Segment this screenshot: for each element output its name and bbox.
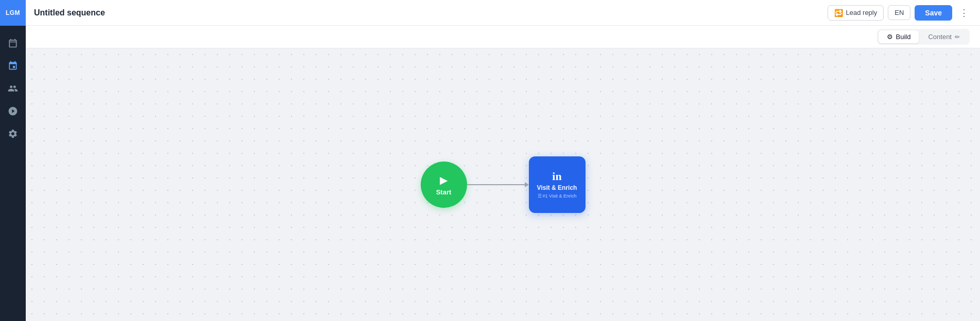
- arrow-head: [525, 182, 529, 187]
- tab-content[interactable]: Content ✏: [920, 30, 968, 43]
- sidebar-item-contacts[interactable]: [3, 79, 23, 100]
- sub-header: ⚙ Build Content ✏: [26, 26, 980, 48]
- sidebar-item-calendar[interactable]: [3, 34, 23, 55]
- network-icon: [8, 61, 18, 73]
- node-sub-icon: ☰: [538, 193, 542, 199]
- arrow-line: [467, 184, 525, 185]
- lead-reply-button[interactable]: 🔁 Lead reply: [828, 5, 884, 21]
- header: Untitled sequence 🔁 Lead reply EN Save ⋮: [26, 0, 980, 26]
- settings-icon: [8, 129, 18, 141]
- build-icon: ⚙: [887, 33, 893, 41]
- start-node-label: Start: [436, 188, 452, 196]
- tab-content-label: Content: [928, 33, 952, 41]
- logo: LGM: [0, 0, 26, 26]
- sidebar-item-sequences[interactable]: [3, 57, 23, 77]
- start-node[interactable]: ▶ Start: [421, 162, 467, 208]
- sidebar-item-activity[interactable]: [3, 102, 23, 122]
- page-title: Untitled sequence: [34, 8, 821, 17]
- edit-icon: ✏: [955, 33, 960, 41]
- linkedin-node-sub: ☰ #1 Visit & Enrich: [538, 193, 577, 199]
- sidebar: LGM: [0, 0, 26, 321]
- linkedin-node[interactable]: in Visit & Enrich ☰ #1 Visit & Enrich: [529, 156, 586, 213]
- contacts-icon: [8, 83, 18, 96]
- lead-reply-label: Lead reply: [846, 9, 878, 16]
- activity-icon: [8, 106, 18, 118]
- linkedin-node-title: Visit & Enrich: [537, 184, 577, 191]
- flow-canvas: ▶ Start in Visit & Enrich ☰ #1 Visit & E…: [26, 48, 980, 321]
- main-content: Untitled sequence 🔁 Lead reply EN Save ⋮…: [26, 0, 980, 321]
- more-options-button[interactable]: ⋮: [956, 5, 972, 21]
- header-actions: 🔁 Lead reply EN Save ⋮: [828, 5, 972, 21]
- tab-build[interactable]: ⚙ Build: [879, 30, 919, 43]
- language-button[interactable]: EN: [888, 5, 910, 20]
- tab-build-label: Build: [896, 33, 911, 41]
- flow-area: ▶ Start in Visit & Enrich ☰ #1 Visit & E…: [421, 156, 586, 213]
- calendar-icon: [8, 38, 18, 50]
- linkedin-node-sub-label: #1 Visit & Enrich: [543, 193, 577, 199]
- lead-reply-icon: 🔁: [834, 9, 843, 17]
- linkedin-logo: in: [552, 171, 561, 182]
- sidebar-nav: [0, 26, 26, 145]
- play-icon: ▶: [440, 174, 448, 186]
- flow-connector: [467, 182, 529, 187]
- sidebar-item-settings[interactable]: [3, 124, 23, 145]
- save-button[interactable]: Save: [915, 5, 952, 21]
- view-tabs: ⚙ Build Content ✏: [877, 29, 970, 45]
